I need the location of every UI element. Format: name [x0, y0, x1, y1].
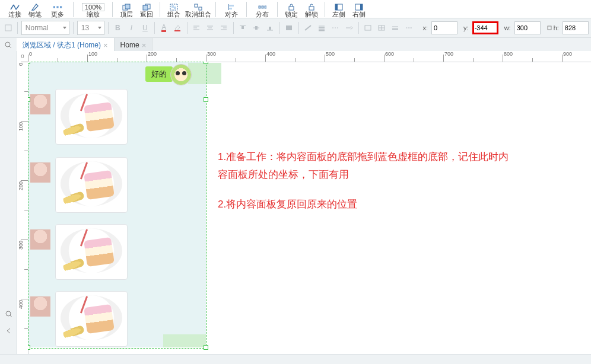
- bold-button[interactable]: B: [112, 21, 123, 34]
- selection-handle[interactable]: [204, 345, 208, 350]
- tab[interactable]: Home×: [115, 38, 153, 52]
- left-gutter: [0, 51, 17, 355]
- coord-y-input[interactable]: [472, 21, 498, 34]
- outer-border-button[interactable]: [362, 21, 373, 34]
- left-panel-button[interactable]: 左侧: [329, 1, 349, 18]
- ribbon-label: 取消组合: [185, 11, 211, 18]
- selection-handle[interactable]: [204, 62, 208, 64]
- style-select[interactable]: Normal: [21, 21, 69, 35]
- svg-rect-14: [229, 8, 232, 9]
- zoom-control[interactable]: 100% 缩放: [77, 1, 109, 18]
- divider: [187, 22, 188, 34]
- svg-rect-1: [56, 6, 58, 8]
- align-button[interactable]: 对齐: [220, 1, 243, 18]
- align-left-button[interactable]: [191, 21, 202, 34]
- distribute-button[interactable]: 分布: [250, 1, 274, 18]
- ribbon-label: 解锁: [305, 11, 318, 18]
- ribbon-label: 钢笔: [28, 11, 42, 18]
- ribbon-label: 分布: [256, 11, 269, 18]
- right-panel-button[interactable]: 右侧: [349, 1, 369, 18]
- stage[interactable]: 好的 微博 微博 微博 微博 1.准备工作：将内容面板的底部拖到蓝色虚框的底部，…: [28, 62, 591, 355]
- lock-aspect-icon: [546, 25, 552, 31]
- svg-rect-16: [262, 6, 263, 8]
- group-button[interactable]: 组合: [164, 1, 184, 18]
- divider: [17, 22, 18, 34]
- border-weight-button[interactable]: [389, 21, 401, 34]
- ribbon-label: 返回: [140, 11, 153, 18]
- ribbon-label: 连接: [8, 11, 21, 18]
- svg-rect-0: [53, 6, 55, 8]
- coord-x-input[interactable]: [431, 21, 457, 34]
- ribbon-label: 右侧: [352, 11, 366, 18]
- border-style-button[interactable]: [403, 21, 415, 34]
- svg-rect-13: [229, 5, 234, 7]
- line-color-button[interactable]: [302, 21, 313, 34]
- ungroup-button[interactable]: 取消组合: [184, 1, 212, 18]
- arrow-button[interactable]: [344, 21, 355, 34]
- send-back-button[interactable]: 返回: [136, 1, 157, 18]
- close-icon[interactable]: ×: [142, 41, 147, 49]
- svg-rect-10: [195, 4, 198, 7]
- close-icon[interactable]: ×: [103, 41, 108, 49]
- valign-bottom-button[interactable]: [265, 21, 276, 34]
- text-color-button[interactable]: A: [158, 21, 170, 34]
- ribbon-group-panels: 左侧 右侧: [325, 0, 373, 19]
- zoom-search-icon[interactable]: [2, 307, 16, 321]
- selection-handle[interactable]: [28, 62, 30, 64]
- ribbon-group-align: 对齐: [216, 0, 247, 19]
- clear-format-button[interactable]: [2, 21, 14, 34]
- collapse-left-icon[interactable]: [2, 324, 16, 338]
- chevron-down-icon: [98, 27, 101, 29]
- svg-rect-21: [335, 4, 338, 10]
- line-weight-button[interactable]: [316, 21, 327, 34]
- divider: [298, 22, 299, 34]
- search-icon[interactable]: [0, 38, 17, 52]
- chevron-down-icon: [63, 27, 66, 29]
- bg-fill-button[interactable]: [284, 21, 295, 34]
- italic-button[interactable]: I: [126, 21, 137, 34]
- svg-point-57: [6, 311, 11, 316]
- align-right-button[interactable]: [218, 21, 230, 34]
- line-style-button[interactable]: [329, 21, 341, 34]
- valign-top-button[interactable]: [237, 21, 249, 34]
- coord-w-input[interactable]: [514, 21, 541, 34]
- ribbon-group-zoom: 100% 缩放: [74, 0, 113, 19]
- bring-front-button[interactable]: 顶层: [116, 1, 136, 18]
- bottom-bar: [0, 354, 591, 364]
- ribbon-group-edit: 连接 钢笔 更多: [1, 0, 74, 19]
- selection-handle[interactable]: [204, 97, 208, 102]
- inner-border-button[interactable]: [376, 21, 387, 34]
- selection-handle[interactable]: [28, 345, 30, 350]
- underline-button[interactable]: U: [139, 21, 151, 34]
- divider: [73, 22, 74, 34]
- divider: [108, 22, 109, 34]
- tab-active[interactable]: 浏览区域 / 状态1 (Home)×: [17, 38, 115, 52]
- ribbon-label: 锁定: [285, 11, 298, 18]
- more-button[interactable]: 更多: [45, 1, 70, 18]
- lock-button[interactable]: 锁定: [281, 1, 301, 18]
- fill-color-button[interactable]: [172, 21, 183, 34]
- ribbon: 连接 钢笔 更多 100% 缩放 顶层 返回 组合 取消组合 对齐 分布 锁定 …: [0, 0, 591, 18]
- svg-line-58: [10, 315, 12, 317]
- selection-frame[interactable]: [28, 62, 207, 349]
- align-center-button[interactable]: [205, 21, 216, 34]
- selection-handle[interactable]: [28, 97, 30, 102]
- unlock-button[interactable]: 解锁: [301, 1, 322, 18]
- pen-button[interactable]: 钢笔: [25, 1, 45, 18]
- connect-button[interactable]: 连接: [5, 1, 25, 18]
- ribbon-label: 组合: [167, 11, 180, 18]
- valign-middle-button[interactable]: [251, 21, 262, 34]
- annotation-text-2: 2.将内容面板复原回原来的位置: [218, 196, 357, 213]
- svg-rect-6: [143, 5, 148, 10]
- horizontal-ruler: 0100200300400500600700800900: [28, 51, 591, 62]
- coord-h-input[interactable]: [563, 21, 589, 34]
- workarea[interactable]: 0 0100200300400500600700800900 010020030…: [17, 51, 591, 355]
- svg-rect-9: [174, 7, 176, 9]
- svg-point-55: [5, 42, 10, 47]
- vertical-ruler: 0100200300400: [17, 62, 28, 355]
- svg-rect-15: [259, 6, 260, 8]
- font-size-select[interactable]: 13: [77, 21, 104, 35]
- ribbon-group-group: 组合 取消组合: [160, 0, 216, 19]
- svg-rect-19: [309, 7, 314, 10]
- ribbon-label: 缩放: [87, 11, 100, 18]
